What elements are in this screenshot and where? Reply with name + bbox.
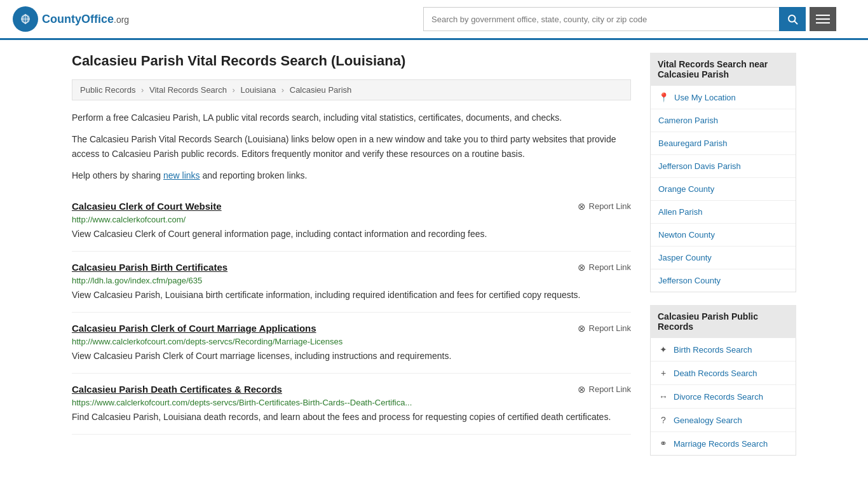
logo-text: CountyOffice.org bbox=[42, 13, 129, 26]
site-header: CountyOffice.org bbox=[0, 0, 868, 40]
records-list-item[interactable]: ⚭ Marriage Records Search bbox=[651, 432, 796, 455]
result-item: Calcasieu Clerk of Court Website ⊗ Repor… bbox=[72, 191, 631, 252]
result-item: Calcasieu Parish Clerk of Court Marriage… bbox=[72, 313, 631, 374]
pin-icon: 📍 bbox=[658, 92, 669, 102]
hamburger-line bbox=[816, 22, 830, 24]
records-list: ✦ Birth Records Search + Death Records S… bbox=[650, 338, 796, 456]
nearby-allen[interactable]: Allen Parish bbox=[651, 201, 796, 224]
nearby-beauregard-link[interactable]: Beauregard Parish bbox=[651, 132, 796, 154]
search-area bbox=[423, 7, 836, 31]
hamburger-line bbox=[816, 15, 830, 16]
nearby-jasper[interactable]: Jasper County bbox=[651, 247, 796, 269]
result-title-1[interactable]: Calcasieu Parish Birth Certificates bbox=[72, 262, 227, 273]
result-item: Calcasieu Parish Death Certificates & Re… bbox=[72, 374, 631, 435]
breadcrumb: Public Records › Vital Records Search › … bbox=[72, 79, 631, 100]
logo-area[interactable]: CountyOffice.org bbox=[13, 6, 129, 32]
report-icon: ⊗ bbox=[578, 384, 586, 395]
breadcrumb-public-records[interactable]: Public Records bbox=[80, 85, 135, 95]
page-title: Calcasieu Parish Vital Records Search (L… bbox=[72, 53, 631, 69]
report-label: Report Link bbox=[589, 384, 631, 394]
result-header: Calcasieu Parish Clerk of Court Marriage… bbox=[72, 323, 631, 334]
main-content: Calcasieu Parish Vital Records Search (L… bbox=[72, 53, 631, 468]
nearby-header: Vital Records Search near Calcasieu Pari… bbox=[650, 53, 796, 86]
svg-line-5 bbox=[794, 21, 797, 24]
report-link-2[interactable]: ⊗ Report Link bbox=[578, 323, 631, 334]
result-header: Calcasieu Clerk of Court Website ⊗ Repor… bbox=[72, 201, 631, 212]
result-header: Calcasieu Parish Death Certificates & Re… bbox=[72, 384, 631, 395]
rec-label-3: Genealogy Search bbox=[674, 416, 742, 425]
hamburger-line bbox=[816, 18, 830, 20]
report-label: Report Link bbox=[589, 262, 631, 272]
search-button[interactable] bbox=[779, 7, 806, 31]
rec-label-2: Divorce Records Search bbox=[674, 392, 763, 402]
nearby-jasper-link[interactable]: Jasper County bbox=[651, 247, 796, 269]
records-link-0[interactable]: ✦ Birth Records Search bbox=[651, 338, 796, 361]
records-link-2[interactable]: ↔ Divorce Records Search bbox=[651, 385, 796, 408]
result-item: Calcasieu Parish Birth Certificates ⊗ Re… bbox=[72, 252, 631, 313]
records-list-item[interactable]: ✦ Birth Records Search bbox=[651, 338, 796, 362]
result-url-2[interactable]: http://www.calclerkofcourt.com/depts-ser… bbox=[72, 337, 631, 346]
result-title-0[interactable]: Calcasieu Clerk of Court Website bbox=[72, 201, 222, 212]
rec-label-1: Death Records Search bbox=[674, 369, 757, 378]
breadcrumb-sep: › bbox=[141, 85, 144, 95]
nearby-orange-link[interactable]: Orange County bbox=[651, 178, 796, 200]
nearby-newton-link[interactable]: Newton County bbox=[651, 224, 796, 246]
result-desc-3: Find Calcasieu Parish, Louisiana death r… bbox=[72, 410, 631, 424]
nearby-jefferson-davis[interactable]: Jefferson Davis Parish bbox=[651, 155, 796, 178]
nearby-allen-link[interactable]: Allen Parish bbox=[651, 201, 796, 223]
nearby-jefferson-link[interactable]: Jefferson County bbox=[651, 269, 796, 292]
breadcrumb-vital-records[interactable]: Vital Records Search bbox=[149, 85, 227, 95]
description-para3: Help others by sharing new links and rep… bbox=[72, 168, 631, 182]
result-title-2[interactable]: Calcasieu Parish Clerk of Court Marriage… bbox=[72, 323, 316, 334]
result-url-1[interactable]: http://ldh.la.gov/index.cfm/page/635 bbox=[72, 276, 631, 285]
result-desc-2: View Calcasieu Parish Clerk of Court mar… bbox=[72, 349, 631, 363]
records-section: Calcasieu Parish Public Records ✦ Birth … bbox=[650, 305, 796, 456]
nearby-beauregard[interactable]: Beauregard Parish bbox=[651, 132, 796, 155]
records-link-1[interactable]: + Death Records Search bbox=[651, 362, 796, 384]
nearby-list: 📍 Use My Location Cameron Parish Beaureg… bbox=[650, 86, 796, 292]
search-input[interactable] bbox=[423, 7, 779, 31]
result-url-0[interactable]: http://www.calclerkofcourt.com/ bbox=[72, 215, 631, 224]
records-header: Calcasieu Parish Public Records bbox=[650, 305, 796, 338]
records-list-item[interactable]: ? Genealogy Search bbox=[651, 409, 796, 432]
description-para2: The Calcasieu Parish Vital Records Searc… bbox=[72, 132, 631, 161]
report-icon: ⊗ bbox=[578, 323, 586, 334]
nearby-jefferson[interactable]: Jefferson County bbox=[651, 269, 796, 292]
results-container: Calcasieu Clerk of Court Website ⊗ Repor… bbox=[72, 191, 631, 435]
nearby-jefferson-davis-link[interactable]: Jefferson Davis Parish bbox=[651, 155, 796, 177]
nearby-section: Vital Records Search near Calcasieu Pari… bbox=[650, 53, 796, 292]
rec-icon-3: ? bbox=[658, 415, 668, 425]
report-icon: ⊗ bbox=[578, 262, 586, 273]
result-desc-1: View Calcasieu Parish, Louisiana birth c… bbox=[72, 288, 631, 302]
rec-label-0: Birth Records Search bbox=[674, 345, 752, 355]
menu-button[interactable] bbox=[810, 7, 836, 31]
report-link-1[interactable]: ⊗ Report Link bbox=[578, 262, 631, 273]
nearby-cameron[interactable]: Cameron Parish bbox=[651, 109, 796, 132]
report-label: Report Link bbox=[589, 201, 631, 211]
nearby-newton[interactable]: Newton County bbox=[651, 224, 796, 247]
use-location-item[interactable]: 📍 Use My Location bbox=[651, 86, 796, 109]
records-list-item[interactable]: + Death Records Search bbox=[651, 362, 796, 385]
result-url-3[interactable]: https://www.calclerkofcourt.com/depts-se… bbox=[72, 398, 631, 407]
use-location-label: Use My Location bbox=[674, 93, 736, 102]
records-link-4[interactable]: ⚭ Marriage Records Search bbox=[651, 432, 796, 455]
nearby-cameron-link[interactable]: Cameron Parish bbox=[651, 109, 796, 132]
nearby-orange[interactable]: Orange County bbox=[651, 178, 796, 201]
report-label: Report Link bbox=[589, 323, 631, 333]
breadcrumb-sep: › bbox=[233, 85, 235, 95]
rec-icon-0: ✦ bbox=[658, 344, 668, 355]
description-para1: Perform a free Calcasieu Parish, LA publ… bbox=[72, 111, 631, 125]
sidebar: Vital Records Search near Calcasieu Pari… bbox=[650, 53, 796, 468]
report-link-3[interactable]: ⊗ Report Link bbox=[578, 384, 631, 395]
result-title-3[interactable]: Calcasieu Parish Death Certificates & Re… bbox=[72, 384, 282, 395]
main-container: Calcasieu Parish Vital Records Search (L… bbox=[53, 40, 815, 481]
breadcrumb-sep: › bbox=[281, 85, 284, 95]
report-icon: ⊗ bbox=[578, 201, 586, 212]
result-desc-0: View Calcasieu Clerk of Court general in… bbox=[72, 227, 631, 241]
breadcrumb-current: Calcasieu Parish bbox=[290, 85, 352, 95]
records-link-3[interactable]: ? Genealogy Search bbox=[651, 409, 796, 431]
breadcrumb-louisiana[interactable]: Louisiana bbox=[241, 85, 276, 95]
report-link-0[interactable]: ⊗ Report Link bbox=[578, 201, 631, 212]
records-list-item[interactable]: ↔ Divorce Records Search bbox=[651, 385, 796, 409]
new-links-link[interactable]: new links bbox=[163, 170, 200, 180]
